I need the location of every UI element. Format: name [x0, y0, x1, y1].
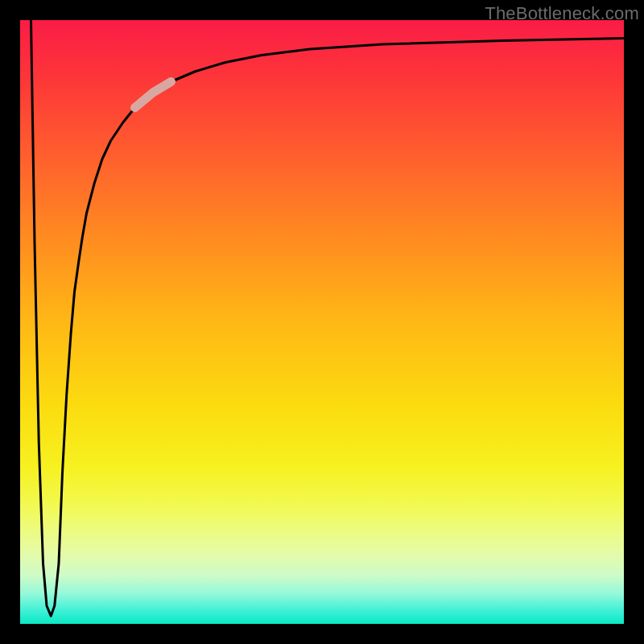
bottleneck-curve	[31, 20, 625, 616]
chart-curve-layer	[20, 20, 624, 624]
watermark-text: TheBottleneck.com	[485, 3, 639, 24]
curve-highlight-segment	[135, 82, 171, 108]
outer-frame: TheBottleneck.com	[0, 0, 644, 644]
